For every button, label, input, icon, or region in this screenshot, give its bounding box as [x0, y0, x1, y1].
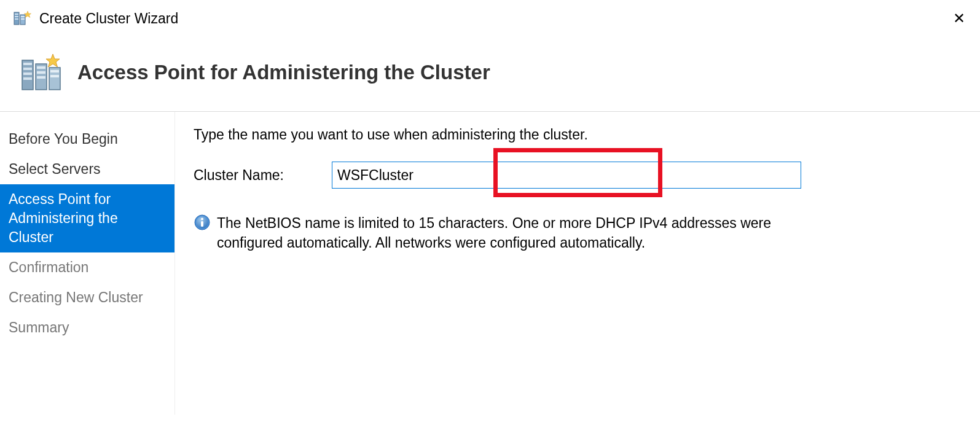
- wizard-app-icon: [12, 9, 32, 28]
- svg-rect-6: [21, 18, 25, 20]
- svg-rect-11: [23, 72, 32, 75]
- svg-rect-2: [15, 16, 18, 17]
- svg-marker-20: [46, 54, 60, 67]
- wizard-step-sidebar: Before You Begin Select Servers Access P…: [0, 112, 175, 415]
- svg-rect-12: [23, 77, 32, 80]
- svg-rect-14: [37, 66, 45, 69]
- sidebar-step-before-you-begin[interactable]: Before You Begin: [0, 124, 174, 154]
- close-button[interactable]: ✕: [946, 10, 973, 27]
- cluster-name-input-wrap: [319, 162, 962, 189]
- svg-rect-9: [23, 63, 32, 65]
- svg-rect-18: [50, 70, 59, 72]
- titlebar: Create Cluster Wizard ✕: [0, 0, 980, 37]
- sidebar-step-confirmation: Confirmation: [0, 252, 174, 283]
- info-row: The NetBIOS name is limited to 15 charac…: [194, 213, 820, 252]
- content-area: Before You Begin Select Servers Access P…: [0, 112, 980, 415]
- titlebar-left: Create Cluster Wizard: [12, 9, 178, 28]
- svg-rect-16: [37, 76, 45, 79]
- sidebar-step-select-servers[interactable]: Select Servers: [0, 154, 174, 184]
- sidebar-step-access-point[interactable]: Access Point for Administering the Clust…: [0, 184, 174, 252]
- sidebar-step-summary: Summary: [0, 313, 174, 343]
- cluster-name-row: Cluster Name:: [194, 162, 962, 189]
- svg-rect-3: [15, 18, 18, 20]
- svg-rect-1: [15, 14, 18, 15]
- sidebar-step-creating-new-cluster: Creating New Cluster: [0, 283, 174, 313]
- cluster-name-label: Cluster Name:: [194, 167, 319, 184]
- cluster-name-input[interactable]: [332, 162, 801, 189]
- main-panel: Type the name you want to use when admin…: [175, 112, 980, 415]
- banner: Access Point for Administering the Clust…: [0, 37, 980, 112]
- svg-rect-19: [50, 75, 59, 77]
- banner-title: Access Point for Administering the Clust…: [77, 61, 490, 84]
- svg-rect-10: [23, 68, 32, 70]
- window-title: Create Cluster Wizard: [39, 10, 178, 27]
- info-icon: [194, 214, 211, 231]
- svg-point-23: [201, 218, 203, 221]
- info-text: The NetBIOS name is limited to 15 charac…: [217, 213, 820, 252]
- svg-rect-15: [37, 71, 45, 74]
- instruction-text: Type the name you want to use when admin…: [194, 127, 962, 143]
- svg-rect-5: [21, 16, 25, 17]
- svg-rect-24: [201, 221, 203, 227]
- cluster-banner-icon: [18, 49, 65, 96]
